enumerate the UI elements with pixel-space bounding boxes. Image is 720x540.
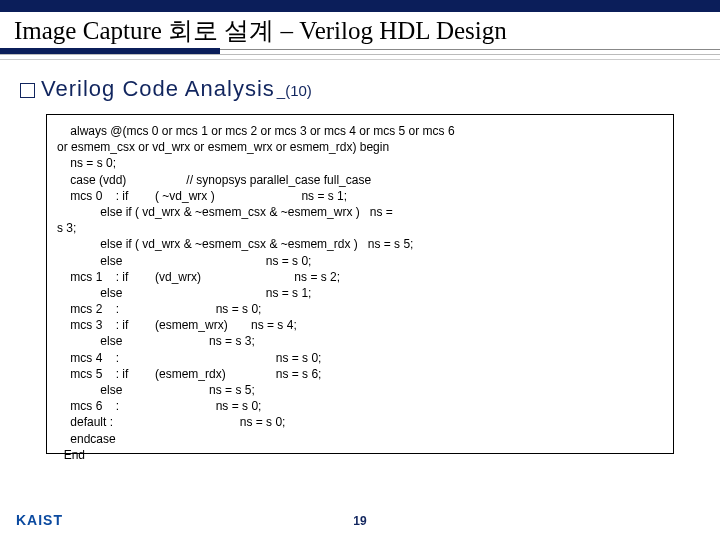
bullet-square-icon <box>20 83 35 98</box>
section-heading-main: Verilog Code Analysis <box>41 76 275 102</box>
page-title: Image Capture 회로 설계 – Verilog HDL Design <box>14 14 507 47</box>
section-heading-sub: _(10) <box>277 82 312 99</box>
title-underline <box>0 48 720 55</box>
code-block: always @(mcs 0 or mcs 1 or mcs 2 or mcs … <box>46 114 674 454</box>
top-accent-bar <box>0 0 720 12</box>
section-heading: Verilog Code Analysis _(10) <box>0 62 720 114</box>
title-row: Image Capture 회로 설계 – Verilog HDL Design <box>0 12 720 50</box>
thin-separator <box>0 59 720 60</box>
page-number: 19 <box>0 514 720 528</box>
